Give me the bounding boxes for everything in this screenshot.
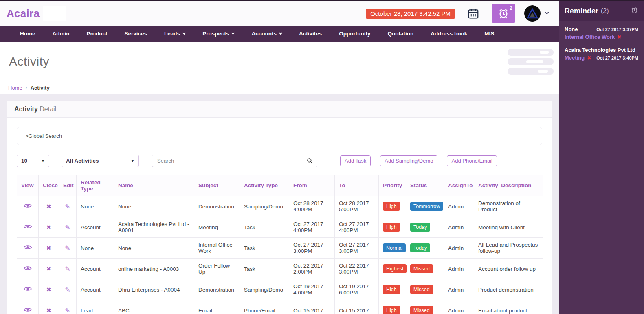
nav-item-services[interactable]: Services: [116, 26, 156, 42]
reminder-line: Internal Office Work✖: [565, 32, 638, 40]
chevron-down-icon: [279, 31, 282, 35]
column-header: AssignTo: [444, 175, 474, 196]
global-search-toggle[interactable]: >Global Search: [17, 127, 542, 145]
activity-type-cell: Task: [240, 238, 289, 259]
name-cell: Dhru Enterprises - A0004: [114, 279, 194, 300]
to-cell: Oct 28 2017 5:00PM: [335, 196, 379, 217]
add-task-button[interactable]: Add Task: [340, 155, 371, 166]
reminder-dismiss-x-icon[interactable]: ✖: [617, 34, 621, 40]
view-eye-icon[interactable]: [24, 224, 32, 230]
view-eye-icon[interactable]: [24, 245, 32, 251]
to-cell: Oct 22 2017 3:00PM: [335, 259, 379, 279]
panel-title-bold: Activity: [14, 106, 38, 113]
assign-to-cell: Admin: [444, 300, 474, 314]
activity-type-cell: Task: [240, 259, 289, 279]
status-badge: Missed: [410, 285, 433, 294]
edit-pencil-icon[interactable]: ✎: [65, 265, 70, 272]
table-row: ✖✎LeadABCEmailPhone/EmailOct 15 2017Oct …: [17, 300, 543, 314]
close-x-icon[interactable]: ✖: [46, 203, 51, 210]
edit-pencil-icon[interactable]: ✎: [65, 224, 70, 231]
table-row: ✖✎NoneNoneDemonstrationSampling/DemoOct …: [17, 196, 543, 217]
activity-table-body: ✖✎NoneNoneDemonstrationSampling/DemoOct …: [17, 196, 543, 314]
search-button[interactable]: [302, 155, 317, 167]
table-controls: 10 ▼ All Activities ▼: [17, 155, 542, 167]
chevron-down-icon: [231, 31, 235, 35]
related-type-cell: Account: [77, 217, 114, 238]
add-phone-email-button[interactable]: Add Phone/Email: [447, 155, 497, 166]
view-eye-icon[interactable]: [24, 286, 32, 293]
close-x-icon[interactable]: ✖: [46, 245, 51, 251]
reminder-name: Acaira Technologies Pvt Ltd: [565, 47, 635, 53]
brand-logo[interactable]: Acaira: [7, 7, 40, 20]
related-type-cell: Account: [77, 259, 114, 279]
nav-item-quotation[interactable]: Quotation: [379, 26, 422, 42]
close-cell: ✖: [39, 238, 59, 259]
status-cell: Today: [406, 217, 444, 238]
priority-badge: High: [383, 306, 400, 314]
page-size-value: 10: [21, 158, 27, 164]
nav-item-label: Home: [20, 26, 35, 42]
nav-item-admin[interactable]: Admin: [44, 26, 78, 42]
nav-item-accounts[interactable]: Accounts: [243, 26, 290, 42]
edit-pencil-icon[interactable]: ✎: [65, 203, 70, 210]
page-size-select[interactable]: 10 ▼: [17, 155, 49, 167]
status-badge: Missed: [410, 264, 433, 273]
search-input[interactable]: [152, 155, 302, 167]
breadcrumb-home-link[interactable]: Home: [8, 85, 22, 91]
view-eye-icon[interactable]: [24, 203, 32, 210]
nav-item-label: Prospects: [202, 26, 229, 42]
name-cell: None: [114, 238, 194, 259]
nav-item-product[interactable]: Product: [78, 26, 116, 42]
subject-cell: Meeting: [194, 217, 240, 238]
name-cell: None: [114, 196, 194, 217]
status-cell: Today: [406, 238, 444, 259]
breadcrumb: Home › Activity: [0, 81, 559, 94]
nav-item-prospects[interactable]: Prospects: [194, 26, 243, 42]
user-menu-chevron-down-icon[interactable]: [545, 10, 549, 14]
column-header: Activity_Description: [474, 175, 543, 196]
to-cell: Oct 19 2017 6:00PM: [335, 279, 379, 300]
related-type-cell: None: [77, 238, 114, 259]
content-area: Activity Detail >Global Search 10 ▼ All …: [0, 94, 559, 314]
avatar-logo-icon: [526, 7, 538, 20]
user-avatar[interactable]: [524, 5, 541, 22]
priority-badge: Highest: [383, 264, 407, 273]
subject-cell: Demonstration: [194, 279, 240, 300]
priority-badge: Normal: [383, 243, 406, 252]
nav-item-home[interactable]: Home: [11, 26, 44, 42]
reminder-list: NoneOct 27 2017 3:37PMInternal Office Wo…: [559, 21, 644, 73]
nav-item-activites[interactable]: Activites: [290, 26, 330, 42]
name-cell: Acaira Technologies Pvt Ltd - A0001: [114, 217, 194, 238]
subject-cell: Demonstration: [194, 196, 240, 217]
edit-pencil-icon[interactable]: ✎: [65, 245, 70, 252]
close-x-icon[interactable]: ✖: [46, 265, 51, 272]
page-title-bar: Activity: [0, 42, 559, 81]
close-x-icon[interactable]: ✖: [46, 224, 51, 230]
column-header: Status: [406, 175, 444, 196]
close-x-icon[interactable]: ✖: [46, 307, 51, 314]
activity-type-cell: Task: [240, 217, 289, 238]
nav-item-leads[interactable]: Leads: [156, 26, 194, 42]
subject-cell: Email: [194, 300, 240, 314]
view-eye-icon[interactable]: [24, 307, 32, 314]
view-eye-icon[interactable]: [24, 265, 32, 272]
view-cell: [17, 238, 39, 259]
table-row: ✖✎Accountonline marketing - A0003Order F…: [17, 259, 543, 279]
nav-item-mis[interactable]: MIS: [476, 26, 503, 42]
reminder-dismiss-x-icon[interactable]: ✖: [587, 55, 591, 61]
edit-pencil-icon[interactable]: ✎: [65, 286, 70, 293]
nav-item-address-book[interactable]: Address book: [422, 26, 476, 42]
nav-item-label: Quotation: [387, 26, 413, 42]
close-x-icon[interactable]: ✖: [46, 286, 51, 293]
table-row: ✖✎AccountDhru Enterprises - A0004Demonst…: [17, 279, 543, 300]
activity-filter-select[interactable]: All Activities ▼: [62, 155, 139, 167]
alarm-button[interactable]: 2: [492, 4, 515, 23]
activity-table: ViewCloseEditRelated TypeNameSubjectActi…: [17, 175, 543, 314]
priority-cell: High: [379, 217, 406, 238]
from-cell: Oct 28 2017 4:00PM: [289, 196, 335, 217]
edit-pencil-icon[interactable]: ✎: [65, 307, 70, 314]
calendar-icon[interactable]: [467, 7, 479, 20]
add-sampling-demo-button[interactable]: Add Sampling/Demo: [380, 155, 437, 166]
status-cell: Tommorrow: [406, 196, 444, 217]
nav-item-opportunity[interactable]: Opportunity: [330, 26, 379, 42]
